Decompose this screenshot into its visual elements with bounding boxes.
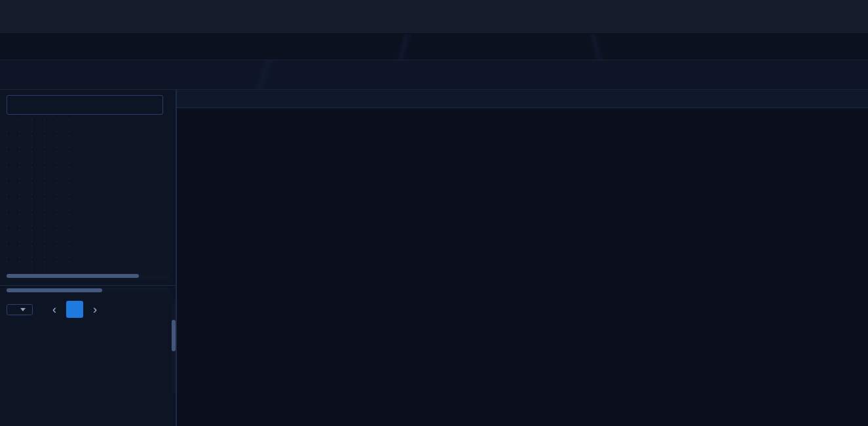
next-page-button[interactable]: › (93, 303, 97, 315)
sample-table-panel: ‹ › (0, 285, 176, 426)
app-window: ‹ › (0, 0, 868, 426)
brand (0, 0, 29, 33)
top-navbar (0, 0, 868, 34)
table-vscrollbar[interactable] (172, 303, 176, 393)
search-row (7, 95, 169, 115)
table-scrollbar[interactable] (5, 288, 170, 293)
page-size-select[interactable] (7, 304, 33, 315)
workspace-tabbar (0, 34, 868, 60)
chart-tabbar (177, 90, 868, 108)
table-vscrollbar-thumb[interactable] (172, 320, 176, 351)
chart-workspace (177, 90, 868, 426)
chart-toolbar (0, 60, 868, 90)
navbar-right (854, 0, 868, 33)
sidebar: ‹ › (0, 90, 177, 426)
tree-scrollbar[interactable] (5, 273, 170, 279)
tree-guides (7, 119, 75, 271)
prev-page-button[interactable]: ‹ (52, 303, 56, 315)
current-page[interactable] (66, 301, 83, 318)
measurement-tree (0, 119, 176, 271)
chevron-down-icon (20, 308, 26, 311)
tree-scrollbar-thumb[interactable] (7, 274, 139, 278)
pagination: ‹ › (0, 293, 176, 318)
table-scrollbar-thumb[interactable] (7, 288, 102, 292)
search-input[interactable] (7, 100, 162, 109)
search-box (7, 95, 163, 115)
content-area: ‹ › (0, 90, 868, 426)
